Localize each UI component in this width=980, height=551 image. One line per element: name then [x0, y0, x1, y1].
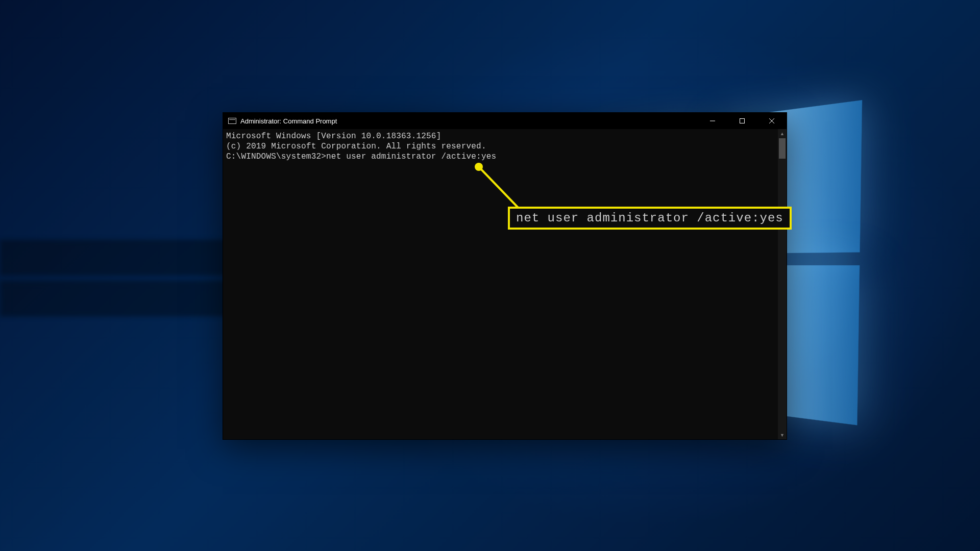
- window-title: Administrator: Command Prompt: [240, 117, 337, 125]
- maximize-button[interactable]: [727, 113, 757, 129]
- terminal-line: (c) 2019 Microsoft Corporation. All righ…: [226, 141, 775, 152]
- scroll-down-button[interactable]: ▼: [778, 431, 787, 439]
- typed-command: net user administrator /active:yes: [326, 152, 496, 161]
- titlebar[interactable]: Administrator: Command Prompt: [223, 113, 787, 129]
- terminal-line: C:\WINDOWS\system32>net user administrat…: [226, 152, 775, 162]
- terminal-line: Microsoft Windows [Version 10.0.18363.12…: [226, 131, 775, 141]
- scrollbar-thumb[interactable]: [779, 138, 786, 159]
- scroll-up-button[interactable]: ▲: [778, 129, 787, 138]
- close-button[interactable]: [757, 113, 787, 129]
- scrollbar[interactable]: ▲ ▼: [778, 129, 787, 439]
- svg-rect-0: [740, 119, 745, 123]
- terminal-output[interactable]: Microsoft Windows [Version 10.0.18363.12…: [223, 129, 778, 439]
- cmd-app-icon: [228, 118, 236, 124]
- command-prompt-window: Administrator: Command Prompt Microsoft …: [223, 112, 787, 440]
- prompt-path: C:\WINDOWS\system32>: [226, 152, 326, 161]
- minimize-button[interactable]: [698, 113, 727, 129]
